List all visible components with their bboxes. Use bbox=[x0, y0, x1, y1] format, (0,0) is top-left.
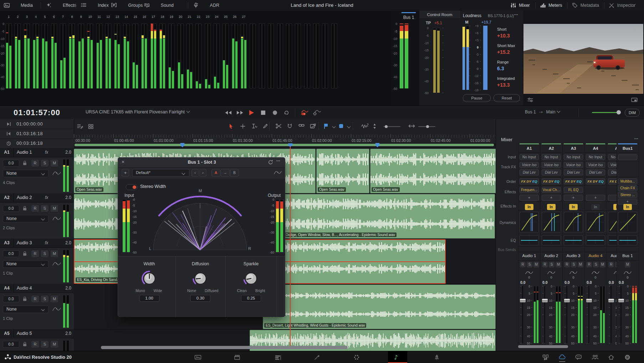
fader-handle[interactable] bbox=[520, 299, 526, 302]
order-chip[interactable]: FXDYEQ bbox=[542, 178, 561, 184]
dynamics-thumbnail[interactable] bbox=[520, 212, 539, 232]
track-gain-field[interactable]: 0.0 bbox=[3, 341, 19, 348]
fader-area[interactable]: 05101520304050 bbox=[617, 286, 639, 344]
record-button[interactable] bbox=[270, 106, 281, 119]
timeline-range-bar[interactable] bbox=[75, 144, 494, 146]
mute-button[interactable]: M bbox=[556, 262, 561, 267]
mute-button[interactable]: M bbox=[51, 296, 58, 302]
knob-value-field[interactable]: 0.30 bbox=[190, 295, 210, 302]
mixer-strip-bus1[interactable]: Bus1Multiba...Chain FXStereo ...+In Bus … bbox=[617, 119, 639, 351]
effect-chip[interactable]: Multiba... bbox=[618, 178, 637, 184]
track-title-row[interactable]: A2Audio 2fx2.0 bbox=[0, 193, 74, 203]
track-gain-field[interactable]: 0.0 bbox=[3, 205, 19, 212]
mixer-strip-a2[interactable]: A2No InputVoice IsoDial LevFXDYEQVocal C… bbox=[540, 119, 562, 351]
track-title-row[interactable]: A5Audio 52.0 bbox=[0, 329, 74, 338]
plugin-titlebar[interactable]: × Bus 1 - Slot 3 ••• bbox=[118, 158, 285, 168]
chevron-down-icon[interactable] bbox=[331, 125, 335, 128]
monitor-source[interactable]: Bus 1 bbox=[525, 109, 536, 114]
selection-tool[interactable] bbox=[229, 123, 234, 129]
home-button[interactable] bbox=[608, 351, 615, 363]
solo-button[interactable]: S bbox=[593, 262, 599, 267]
fader-gain-value[interactable]: 0.0 bbox=[542, 280, 548, 285]
link-tool[interactable] bbox=[298, 123, 305, 127]
track-fx-chip[interactable]: Dial Lev bbox=[520, 169, 539, 175]
fast-forward-button[interactable] bbox=[235, 106, 245, 119]
input-select[interactable]: No Input bbox=[608, 154, 617, 160]
playhead[interactable] bbox=[290, 143, 291, 346]
eq-thumbnail[interactable] bbox=[618, 235, 637, 245]
fader-area[interactable]: 05101520304050 bbox=[562, 286, 584, 344]
lock-icon[interactable] bbox=[22, 206, 27, 211]
add-effect-button[interactable]: + bbox=[564, 195, 583, 201]
pan-value[interactable]: 0 bbox=[518, 275, 540, 280]
audio-clip[interactable]: ES_Dodge, Open Window, Slow, B..., Accel… bbox=[276, 194, 495, 239]
track-preset-dropdown[interactable]: None bbox=[3, 215, 48, 223]
effect-chip[interactable]: Vocal Ch... bbox=[542, 187, 561, 193]
effects-in-toggle[interactable]: In bbox=[613, 204, 617, 210]
loop-button[interactable] bbox=[282, 106, 292, 119]
draw-tool[interactable] bbox=[263, 123, 268, 129]
solo-button[interactable]: S bbox=[571, 262, 577, 267]
pan-value[interactable]: 0 bbox=[584, 275, 607, 280]
track-title-row[interactable]: A4Audio 42.0 bbox=[0, 284, 74, 293]
track-gain-field[interactable]: 0.0 bbox=[3, 296, 19, 302]
lock-icon[interactable] bbox=[22, 251, 27, 256]
eq-thumbnail[interactable] bbox=[586, 235, 605, 245]
record-arm-button[interactable]: R bbox=[31, 160, 39, 167]
eq-thumbnail[interactable] bbox=[564, 235, 583, 245]
solo-button[interactable]: S bbox=[41, 250, 48, 257]
automation-settings-button[interactable] bbox=[312, 106, 322, 119]
picture-in-picture-icon[interactable] bbox=[631, 97, 638, 102]
effect-chip[interactable]: Stereo ... bbox=[618, 192, 637, 198]
knob-control[interactable] bbox=[192, 270, 209, 287]
vertical-zoom-icon[interactable] bbox=[373, 123, 377, 129]
goto-start-icon[interactable] bbox=[6, 122, 11, 126]
mute-button[interactable]: M bbox=[51, 341, 58, 348]
track-index-icon[interactable] bbox=[77, 124, 83, 129]
toolbar-button-meters[interactable]: Meters bbox=[540, 0, 563, 11]
record-arm-button[interactable]: R bbox=[608, 262, 614, 267]
mute-button[interactable]: M bbox=[51, 160, 58, 167]
zoom-slider-handle[interactable] bbox=[385, 125, 388, 128]
track-gain-field[interactable]: 0.0 bbox=[3, 160, 19, 167]
dynamics-thumbnail[interactable] bbox=[564, 212, 583, 232]
viewer-adjust-icon[interactable] bbox=[527, 97, 533, 102]
timeline-marker[interactable] bbox=[375, 143, 379, 147]
timecode-display[interactable]: 01:01:57:00 bbox=[14, 108, 60, 117]
h-zoom-slider-handle[interactable] bbox=[426, 125, 429, 128]
flag-export-tool[interactable] bbox=[310, 123, 316, 129]
eq-thumbnail[interactable] bbox=[520, 235, 539, 245]
knob-control[interactable] bbox=[141, 270, 158, 287]
ab-b-button[interactable]: B bbox=[230, 169, 239, 177]
record-arm-button[interactable]: R bbox=[542, 262, 548, 267]
loudness-menu-icon[interactable]: ••• bbox=[514, 13, 518, 16]
mixer-strip-a1[interactable]: A1No InputVoice IsoDial LevFXDYEQFrequen… bbox=[518, 119, 540, 351]
effects-in-toggle[interactable]: In bbox=[547, 204, 556, 210]
chat-button[interactable] bbox=[575, 351, 583, 363]
page-tab-media[interactable] bbox=[188, 351, 208, 363]
fader-area[interactable]: 05101520304050 bbox=[518, 286, 540, 344]
automation-curve-icon[interactable] bbox=[52, 170, 61, 176]
mute-button[interactable]: M bbox=[51, 205, 58, 212]
order-chip[interactable]: FXDYEQ bbox=[564, 178, 583, 184]
record-arm-button[interactable]: R bbox=[31, 296, 39, 302]
fader-handle[interactable] bbox=[618, 299, 624, 302]
track-fx-chip[interactable]: Dial Lev bbox=[542, 169, 561, 175]
toolbar-button-inspector[interactable]: Inspector bbox=[609, 0, 638, 11]
plugin-menu-icon[interactable]: ••• bbox=[276, 159, 280, 162]
effects-in-toggle[interactable]: In bbox=[623, 204, 632, 210]
pan-value[interactable]: 0 bbox=[617, 275, 639, 280]
automation-toggle-button[interactable] bbox=[300, 106, 311, 119]
track-title-row[interactable]: A1Audio 1fx2.0 bbox=[0, 148, 74, 157]
loudness-pause-button[interactable]: Pause bbox=[463, 94, 491, 102]
track-fx-chip[interactable]: Dial Lev bbox=[608, 169, 617, 175]
input-select[interactable]: No Input bbox=[564, 154, 583, 160]
page-tab-fusion[interactable] bbox=[308, 351, 327, 363]
input-select[interactable]: No Input bbox=[542, 154, 561, 160]
knob-sparkle[interactable]: Sparkle CleanBright0.25 bbox=[225, 256, 277, 317]
knob-value-field[interactable]: 0.25 bbox=[241, 295, 261, 302]
playhead-handle[interactable] bbox=[288, 143, 293, 147]
mixer-strip-a3[interactable]: A3No InputVoice IsoDial LevFXDYEQFL EQ+I… bbox=[562, 119, 584, 351]
mixer-strip-a4[interactable]: A4No InputVoice IsoDial LevFXDYEQ+In Aud… bbox=[584, 119, 607, 351]
record-arm-button[interactable]: R bbox=[564, 262, 570, 267]
